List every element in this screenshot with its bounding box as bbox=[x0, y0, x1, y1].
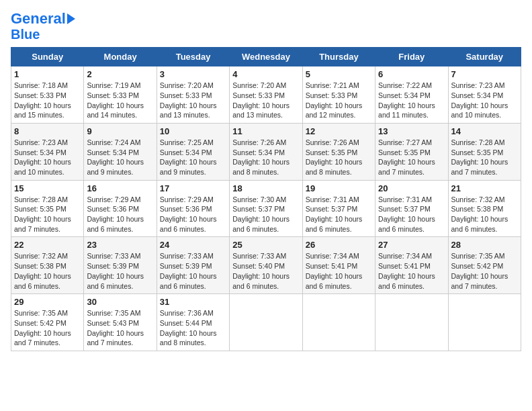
calendar-week-row: 15 Sunrise: 7:28 AM Sunset: 5:35 PM Dayl… bbox=[11, 180, 521, 237]
day-number: 9 bbox=[87, 126, 153, 136]
calendar-cell: 25 Sunrise: 7:33 AM Sunset: 5:40 PM Dayl… bbox=[230, 237, 302, 294]
calendar-cell: 10 Sunrise: 7:25 AM Sunset: 5:34 PM Dayl… bbox=[157, 123, 229, 180]
day-info: Sunrise: 7:31 AM Sunset: 5:37 PM Dayligh… bbox=[306, 195, 372, 234]
day-info: Sunrise: 7:28 AM Sunset: 5:35 PM Dayligh… bbox=[451, 138, 518, 177]
day-number: 2 bbox=[87, 69, 153, 79]
day-info: Sunrise: 7:26 AM Sunset: 5:35 PM Dayligh… bbox=[306, 138, 372, 177]
day-number: 24 bbox=[160, 240, 226, 250]
logo-blue-text: Blue bbox=[11, 27, 40, 42]
calendar-cell bbox=[375, 294, 448, 351]
calendar-cell: 31 Sunrise: 7:36 AM Sunset: 5:44 PM Dayl… bbox=[157, 294, 229, 351]
day-number: 20 bbox=[378, 183, 445, 193]
calendar-cell: 27 Sunrise: 7:34 AM Sunset: 5:41 PM Dayl… bbox=[375, 237, 448, 294]
day-number: 25 bbox=[232, 240, 299, 250]
day-info: Sunrise: 7:26 AM Sunset: 5:34 PM Dayligh… bbox=[232, 138, 299, 177]
calendar-cell: 16 Sunrise: 7:29 AM Sunset: 5:36 PM Dayl… bbox=[84, 180, 157, 237]
day-info: Sunrise: 7:20 AM Sunset: 5:33 PM Dayligh… bbox=[160, 81, 226, 120]
day-info: Sunrise: 7:29 AM Sunset: 5:36 PM Dayligh… bbox=[87, 195, 153, 234]
calendar-day-header: Saturday bbox=[448, 48, 521, 66]
calendar-cell: 1 Sunrise: 7:18 AM Sunset: 5:33 PM Dayli… bbox=[11, 66, 84, 124]
day-number: 11 bbox=[232, 126, 299, 136]
day-info: Sunrise: 7:23 AM Sunset: 5:34 PM Dayligh… bbox=[451, 81, 518, 120]
calendar-cell: 22 Sunrise: 7:32 AM Sunset: 5:38 PM Dayl… bbox=[11, 237, 84, 294]
calendar-cell: 4 Sunrise: 7:20 AM Sunset: 5:33 PM Dayli… bbox=[230, 66, 302, 124]
calendar-day-header: Friday bbox=[375, 48, 448, 66]
calendar-cell: 6 Sunrise: 7:22 AM Sunset: 5:34 PM Dayli… bbox=[375, 66, 448, 124]
day-info: Sunrise: 7:18 AM Sunset: 5:33 PM Dayligh… bbox=[14, 81, 81, 120]
day-info: Sunrise: 7:27 AM Sunset: 5:35 PM Dayligh… bbox=[378, 138, 445, 177]
day-info: Sunrise: 7:24 AM Sunset: 5:34 PM Dayligh… bbox=[87, 138, 153, 177]
day-number: 4 bbox=[232, 69, 299, 79]
day-info: Sunrise: 7:23 AM Sunset: 5:34 PM Dayligh… bbox=[14, 138, 81, 177]
calendar-cell: 11 Sunrise: 7:26 AM Sunset: 5:34 PM Dayl… bbox=[230, 123, 302, 180]
logo: General Blue bbox=[11, 11, 75, 42]
day-info: Sunrise: 7:32 AM Sunset: 5:38 PM Dayligh… bbox=[451, 195, 518, 234]
day-info: Sunrise: 7:19 AM Sunset: 5:33 PM Dayligh… bbox=[87, 81, 153, 120]
day-number: 14 bbox=[451, 126, 518, 136]
logo-arrow-icon bbox=[67, 13, 75, 24]
calendar-cell: 14 Sunrise: 7:28 AM Sunset: 5:35 PM Dayl… bbox=[448, 123, 521, 180]
calendar-cell: 30 Sunrise: 7:35 AM Sunset: 5:43 PM Dayl… bbox=[84, 294, 157, 351]
calendar-cell: 18 Sunrise: 7:30 AM Sunset: 5:37 PM Dayl… bbox=[230, 180, 302, 237]
calendar-cell: 19 Sunrise: 7:31 AM Sunset: 5:37 PM Dayl… bbox=[302, 180, 375, 237]
calendar-week-row: 22 Sunrise: 7:32 AM Sunset: 5:38 PM Dayl… bbox=[11, 237, 521, 294]
calendar-cell: 29 Sunrise: 7:35 AM Sunset: 5:42 PM Dayl… bbox=[11, 294, 84, 351]
calendar-cell: 21 Sunrise: 7:32 AM Sunset: 5:38 PM Dayl… bbox=[448, 180, 521, 237]
day-number: 16 bbox=[87, 183, 153, 193]
calendar-cell: 5 Sunrise: 7:21 AM Sunset: 5:33 PM Dayli… bbox=[302, 66, 375, 124]
calendar-week-row: 8 Sunrise: 7:23 AM Sunset: 5:34 PM Dayli… bbox=[11, 123, 521, 180]
day-number: 22 bbox=[14, 240, 81, 250]
calendar-cell: 8 Sunrise: 7:23 AM Sunset: 5:34 PM Dayli… bbox=[11, 123, 84, 180]
calendar-cell: 17 Sunrise: 7:29 AM Sunset: 5:36 PM Dayl… bbox=[157, 180, 229, 237]
calendar-cell: 13 Sunrise: 7:27 AM Sunset: 5:35 PM Dayl… bbox=[375, 123, 448, 180]
calendar-day-header: Tuesday bbox=[157, 48, 229, 66]
day-number: 15 bbox=[14, 183, 81, 193]
calendar-day-header: Thursday bbox=[302, 48, 375, 66]
calendar-cell: 12 Sunrise: 7:26 AM Sunset: 5:35 PM Dayl… bbox=[302, 123, 375, 180]
day-info: Sunrise: 7:25 AM Sunset: 5:34 PM Dayligh… bbox=[160, 138, 226, 177]
calendar-cell: 20 Sunrise: 7:31 AM Sunset: 5:37 PM Dayl… bbox=[375, 180, 448, 237]
calendar-cell: 7 Sunrise: 7:23 AM Sunset: 5:34 PM Dayli… bbox=[448, 66, 521, 124]
day-info: Sunrise: 7:35 AM Sunset: 5:42 PM Dayligh… bbox=[451, 251, 518, 291]
day-number: 17 bbox=[160, 183, 226, 193]
calendar-cell: 3 Sunrise: 7:20 AM Sunset: 5:33 PM Dayli… bbox=[157, 66, 229, 124]
calendar-cell: 15 Sunrise: 7:28 AM Sunset: 5:35 PM Dayl… bbox=[11, 180, 84, 237]
calendar-week-row: 29 Sunrise: 7:35 AM Sunset: 5:42 PM Dayl… bbox=[11, 294, 521, 351]
calendar-week-row: 1 Sunrise: 7:18 AM Sunset: 5:33 PM Dayli… bbox=[11, 66, 521, 124]
day-number: 13 bbox=[378, 126, 445, 136]
calendar-cell: 26 Sunrise: 7:34 AM Sunset: 5:41 PM Dayl… bbox=[302, 237, 375, 294]
day-info: Sunrise: 7:28 AM Sunset: 5:35 PM Dayligh… bbox=[14, 195, 81, 234]
day-number: 21 bbox=[451, 183, 518, 193]
day-info: Sunrise: 7:22 AM Sunset: 5:34 PM Dayligh… bbox=[378, 81, 445, 120]
day-number: 27 bbox=[378, 240, 445, 250]
day-info: Sunrise: 7:31 AM Sunset: 5:37 PM Dayligh… bbox=[378, 195, 445, 234]
day-number: 28 bbox=[451, 240, 518, 250]
calendar-cell: 23 Sunrise: 7:33 AM Sunset: 5:39 PM Dayl… bbox=[84, 237, 157, 294]
day-number: 8 bbox=[14, 126, 81, 136]
calendar-cell: 2 Sunrise: 7:19 AM Sunset: 5:33 PM Dayli… bbox=[84, 66, 157, 124]
day-info: Sunrise: 7:29 AM Sunset: 5:36 PM Dayligh… bbox=[160, 195, 226, 234]
calendar-cell: 24 Sunrise: 7:33 AM Sunset: 5:39 PM Dayl… bbox=[157, 237, 229, 294]
calendar-cell bbox=[230, 294, 302, 351]
day-info: Sunrise: 7:34 AM Sunset: 5:41 PM Dayligh… bbox=[378, 251, 445, 291]
day-number: 18 bbox=[232, 183, 299, 193]
logo-text: General bbox=[11, 11, 66, 27]
day-number: 6 bbox=[378, 69, 445, 79]
calendar-cell: 28 Sunrise: 7:35 AM Sunset: 5:42 PM Dayl… bbox=[448, 237, 521, 294]
page-header: General Blue bbox=[11, 11, 521, 42]
day-number: 19 bbox=[306, 183, 372, 193]
calendar-day-header: Wednesday bbox=[230, 48, 302, 66]
day-number: 12 bbox=[306, 126, 372, 136]
day-info: Sunrise: 7:35 AM Sunset: 5:42 PM Dayligh… bbox=[14, 308, 81, 348]
day-info: Sunrise: 7:33 AM Sunset: 5:39 PM Dayligh… bbox=[87, 251, 153, 291]
day-number: 3 bbox=[160, 69, 226, 79]
day-info: Sunrise: 7:32 AM Sunset: 5:38 PM Dayligh… bbox=[14, 251, 81, 291]
calendar-day-header: Sunday bbox=[11, 48, 84, 66]
day-info: Sunrise: 7:33 AM Sunset: 5:40 PM Dayligh… bbox=[232, 251, 299, 291]
calendar-day-header: Monday bbox=[84, 48, 157, 66]
day-number: 5 bbox=[306, 69, 372, 79]
day-number: 7 bbox=[451, 69, 518, 79]
day-number: 10 bbox=[160, 126, 226, 136]
day-number: 29 bbox=[14, 297, 81, 307]
day-number: 30 bbox=[87, 297, 153, 307]
